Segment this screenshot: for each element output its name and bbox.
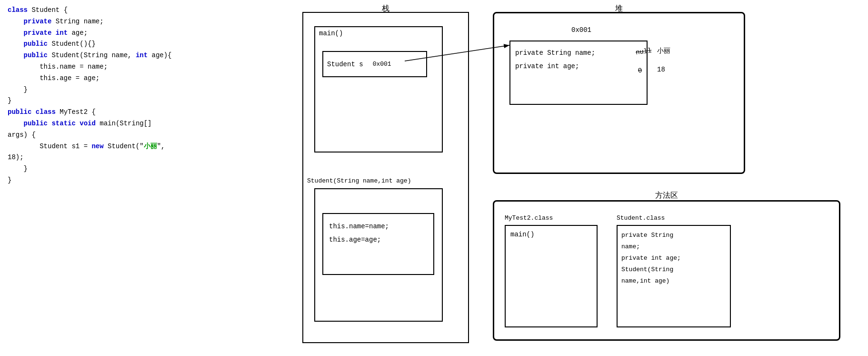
code-line: Student s1 = new Student("小丽", xyxy=(8,141,269,153)
code-line: } xyxy=(8,163,269,175)
code-line: args) { xyxy=(8,130,269,141)
code-line: } xyxy=(8,84,269,96)
heap-val-name: 小丽 xyxy=(657,47,670,55)
code-line: public static void main(String[] xyxy=(8,118,269,130)
student-class-label: Student.class xyxy=(617,214,665,222)
sc-line4: Student(String xyxy=(621,264,726,275)
code-line: } xyxy=(8,175,269,186)
code-line: public class MyTest2 { xyxy=(8,107,269,118)
stack-label: 栈 xyxy=(302,4,469,14)
code-line: 18); xyxy=(8,152,269,163)
heap-object: private String name; private int age; xyxy=(509,41,648,105)
mytest2-main-box: main() xyxy=(505,225,598,327)
constructor-label: Student(String name,int age) xyxy=(307,177,411,184)
this-age-line: this.age=age; xyxy=(329,233,428,246)
method-label: 方法区 xyxy=(493,191,840,201)
sc-line5: name,int age) xyxy=(621,275,726,287)
code-line: class Student { xyxy=(8,5,269,16)
mytest2-class-label: MyTest2.class xyxy=(505,214,553,222)
this-name-line: this.name=name; xyxy=(329,220,428,233)
main-label: main() xyxy=(315,27,442,40)
heap-val-age: 18 xyxy=(657,66,665,73)
student-class-box: private String name; private int age; St… xyxy=(617,225,731,327)
mytest2-main-label: main() xyxy=(510,231,592,238)
student-s-text: Student s xyxy=(327,61,363,68)
student-s-box: Student s 0x001 xyxy=(322,51,427,77)
sc-line2: name; xyxy=(621,241,726,253)
code-line: this.age = age; xyxy=(8,73,269,84)
code-line: private int age; xyxy=(8,28,269,39)
address-s: 0x001 xyxy=(373,61,391,68)
code-panel: class Student { private String name; pri… xyxy=(0,0,276,356)
diagram-area: 栈 main() Student s 0x001 Student(String … xyxy=(276,0,868,356)
code-line: public Student(String name, int age){ xyxy=(8,50,269,61)
sc-line1: private String xyxy=(621,230,726,241)
heap-address: 0x001 xyxy=(571,26,591,34)
sc-line3: private int age; xyxy=(621,253,726,264)
heap-label: 堆 xyxy=(493,4,745,14)
code-line: private String name; xyxy=(8,16,269,28)
heap-field2: private int age; xyxy=(515,60,642,73)
heap-field1: private String name; xyxy=(515,46,642,60)
constructor-frame: this.name=name; this.age=age; xyxy=(314,188,443,322)
code-line: } xyxy=(8,95,269,107)
code-line: public Student(){} xyxy=(8,39,269,50)
main-frame: main() Student s 0x001 xyxy=(314,26,443,153)
code-line: this.name = name; xyxy=(8,61,269,73)
constructor-body: this.name=name; this.age=age; xyxy=(322,213,434,275)
